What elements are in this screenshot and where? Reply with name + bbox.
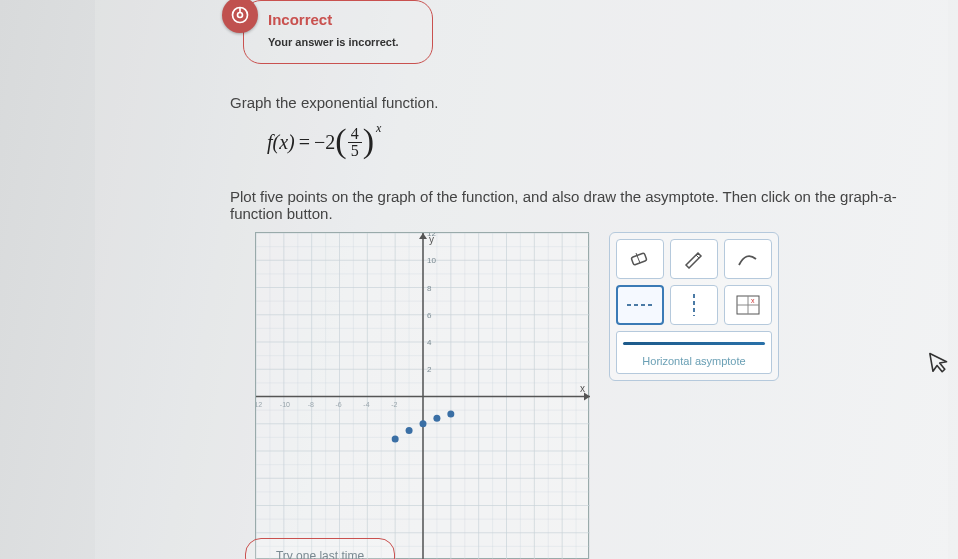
svg-text:8: 8 [427,284,432,293]
svg-text:12: 12 [427,233,436,238]
svg-point-72 [406,427,413,434]
svg-text:2: 2 [427,365,432,374]
svg-text:6: 6 [427,311,432,320]
paren-left: ( [335,126,346,157]
svg-rect-76 [631,253,647,265]
function-formula: f(x) = −2 ( 4 5 ) x [267,126,381,159]
feedback-title: Incorrect [268,11,420,28]
pencil-icon [682,249,706,269]
v-asymptote-tool-button[interactable] [670,285,718,325]
svg-text:x: x [580,383,585,394]
question-prompt: Graph the exponential function. [230,94,438,111]
graph-svg[interactable]: yx24681012-12-10-8-6-4-2 [256,233,590,559]
curve-icon [736,249,760,269]
question-instruction: Plot five points on the graph of the fun… [230,188,948,222]
h-asymptote-tool-button[interactable] [616,285,664,325]
try-again-button[interactable]: Try one last time [245,538,395,559]
pencil-tool-button[interactable] [670,239,718,279]
svg-point-75 [447,410,454,417]
svg-text:-6: -6 [336,401,342,408]
graph-function-button[interactable]: x [724,285,772,325]
feedback-box: Incorrect Your answer is incorrect. [243,0,433,64]
svg-marker-55 [419,233,427,239]
svg-text:x: x [751,297,755,304]
curve-tool-button[interactable] [724,239,772,279]
svg-point-71 [392,436,399,443]
eraser-tool-button[interactable] [616,239,664,279]
svg-marker-56 [584,393,590,401]
svg-point-74 [433,415,440,422]
asymptote-preview-label: Horizontal asymptote [623,355,765,367]
eraser-icon [628,249,652,269]
feedback-message: Your answer is incorrect. [268,36,420,48]
cursor-icon [928,348,953,381]
question-panel: Incorrect Your answer is incorrect. Grap… [95,0,948,559]
asymptote-preview-line [623,342,765,345]
svg-line-78 [696,255,699,258]
incorrect-icon [222,0,258,33]
svg-point-73 [420,420,427,427]
paren-right: ) [363,126,374,157]
svg-text:4: 4 [427,338,432,347]
svg-text:10: 10 [427,256,436,265]
formula-lhs: f(x) [267,131,295,154]
graph-function-icon: x [735,294,761,316]
v-asymptote-icon [687,292,701,318]
formula-eq: = [299,131,310,154]
tool-preview: Horizontal asymptote [616,331,772,374]
svg-text:-10: -10 [280,401,290,408]
try-again-label: Try one last time [276,549,364,559]
graph-canvas[interactable]: yx24681012-12-10-8-6-4-2 [255,232,589,559]
formula-fraction: 4 5 [348,126,362,159]
fraction-num: 4 [348,126,362,143]
fraction-den: 5 [348,143,362,159]
svg-point-1 [238,13,243,18]
h-asymptote-icon [625,298,655,312]
svg-text:-12: -12 [256,401,262,408]
formula-exp: x [376,121,381,136]
svg-text:-4: -4 [363,401,369,408]
svg-text:-8: -8 [308,401,314,408]
toolbox: x Horizontal asymptote [609,232,779,381]
svg-text:-2: -2 [391,401,397,408]
formula-coef: −2 [314,131,335,154]
